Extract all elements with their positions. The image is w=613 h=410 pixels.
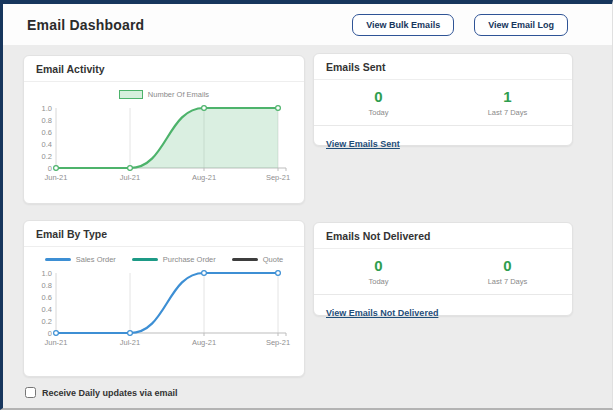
- svg-text:Aug-21: Aug-21: [192, 173, 216, 182]
- stat-label: Today: [314, 108, 443, 117]
- legend-label: Purchase Order: [163, 255, 216, 264]
- emails-sent-link-row: View Emails Sent: [314, 125, 572, 158]
- svg-text:1.0: 1.0: [42, 269, 52, 278]
- emails-sent-stat-last-7-days: 1 Last 7 Days: [443, 89, 572, 117]
- stat-value: 0: [443, 258, 572, 274]
- email-by-type-card: Email By Type Sales OrderPurchase OrderQ…: [23, 220, 305, 377]
- svg-text:Jun-21: Jun-21: [45, 173, 68, 182]
- page-title: Email Dashboard: [27, 17, 144, 33]
- stat-value: 0: [314, 89, 443, 105]
- email-activity-card: Email Activity Number Of Emails 00.20.40…: [23, 55, 305, 204]
- svg-text:0.4: 0.4: [42, 305, 52, 314]
- email-activity-chart: 00.20.40.60.81.0Jun-21Jul-21Aug-21Sep-21: [24, 100, 304, 198]
- svg-text:0.2: 0.2: [42, 152, 52, 161]
- emails-not-delivered-card-title: Emails Not Delivered: [314, 223, 572, 249]
- view-email-log-button[interactable]: View Email Log: [474, 14, 568, 36]
- email-by-type-chart: 00.20.40.60.81.0Jun-21Jul-21Aug-21Sep-21: [24, 265, 304, 363]
- view-emails-sent-link[interactable]: View Emails Sent: [326, 139, 400, 149]
- view-bulk-emails-button[interactable]: View Bulk Emails: [352, 14, 454, 36]
- svg-text:0.6: 0.6: [42, 128, 52, 137]
- email-by-type-legend: Sales OrderPurchase OrderQuote: [24, 253, 304, 265]
- svg-text:Jul-21: Jul-21: [120, 173, 140, 182]
- svg-text:1.0: 1.0: [42, 104, 52, 113]
- emails-not-delivered-stats: 0 Today 0 Last 7 Days: [314, 249, 572, 294]
- daily-updates-option: Receive Daily updates via email: [25, 387, 178, 398]
- svg-text:0.8: 0.8: [42, 116, 52, 125]
- email-activity-legend: Number Of Emails: [24, 88, 304, 100]
- svg-text:0.6: 0.6: [42, 293, 52, 302]
- emails-not-delivered-stat-today: 0 Today: [314, 258, 443, 286]
- receive-daily-updates-checkbox[interactable]: [25, 387, 36, 398]
- svg-text:Sep-21: Sep-21: [266, 338, 290, 347]
- legend-item: Number Of Emails: [119, 90, 209, 99]
- emails-sent-stats: 0 Today 1 Last 7 Days: [314, 80, 572, 125]
- stat-value: 0: [314, 258, 443, 274]
- legend-swatch-icon: [132, 258, 158, 261]
- stat-value: 1: [443, 89, 572, 105]
- emails-sent-card-title: Emails Sent: [314, 54, 572, 80]
- legend-label: Sales Order: [76, 255, 116, 264]
- svg-text:Aug-21: Aug-21: [192, 338, 216, 347]
- svg-text:0.2: 0.2: [42, 317, 52, 326]
- receive-daily-updates-label: Receive Daily updates via email: [42, 388, 178, 398]
- view-emails-not-delivered-link[interactable]: View Emails Not Delivered: [326, 308, 438, 318]
- legend-swatch-icon: [232, 258, 258, 261]
- legend-item: Sales Order: [45, 255, 116, 264]
- email-by-type-card-title: Email By Type: [24, 221, 304, 247]
- stat-label: Last 7 Days: [443, 277, 572, 286]
- emails-not-delivered-card: Emails Not Delivered 0 Today 0 Last 7 Da…: [313, 222, 573, 316]
- svg-text:0: 0: [48, 329, 52, 338]
- email-activity-card-title: Email Activity: [24, 56, 304, 82]
- svg-text:0.8: 0.8: [42, 281, 52, 290]
- legend-item: Purchase Order: [132, 255, 216, 264]
- svg-text:0.4: 0.4: [42, 140, 52, 149]
- svg-text:0: 0: [48, 164, 52, 173]
- email-dashboard-page: Email Dashboard View Bulk Emails View Em…: [0, 0, 613, 410]
- stat-label: Today: [314, 277, 443, 286]
- emails-not-delivered-link-row: View Emails Not Delivered: [314, 294, 572, 327]
- legend-label: Quote: [263, 255, 283, 264]
- emails-sent-stat-today: 0 Today: [314, 89, 443, 117]
- legend-item: Quote: [232, 255, 283, 264]
- emails-not-delivered-stat-last-7-days: 0 Last 7 Days: [443, 258, 572, 286]
- svg-text:Jun-21: Jun-21: [45, 338, 68, 347]
- emails-sent-card: Emails Sent 0 Today 1 Last 7 Days View E…: [313, 53, 573, 146]
- legend-swatch-icon: [119, 90, 143, 99]
- svg-text:Jul-21: Jul-21: [120, 338, 140, 347]
- svg-text:Sep-21: Sep-21: [266, 173, 290, 182]
- header-buttons: View Bulk Emails View Email Log: [352, 14, 568, 36]
- legend-swatch-icon: [45, 258, 71, 261]
- page-header: Email Dashboard View Bulk Emails View Em…: [3, 4, 612, 45]
- stat-label: Last 7 Days: [443, 108, 572, 117]
- legend-label: Number Of Emails: [148, 90, 209, 99]
